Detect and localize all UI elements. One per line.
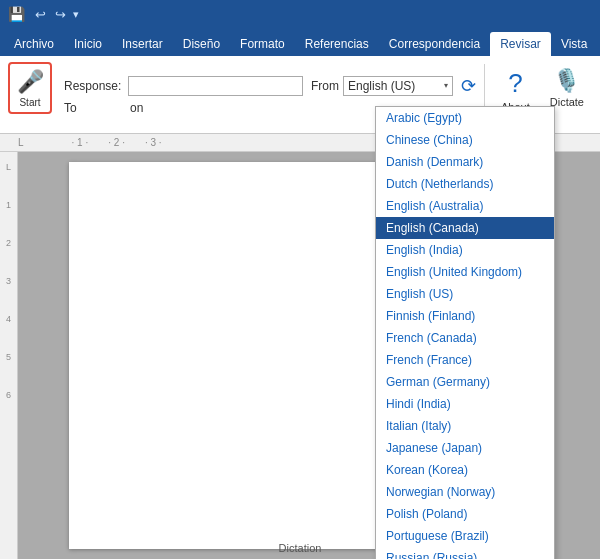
dictate-button[interactable]: 🎙️ Dictate — [542, 64, 592, 112]
ruler-mark-v-4: 4 — [6, 314, 11, 324]
language-option-9[interactable]: Finnish (Finland) — [376, 305, 554, 327]
ribbon-tabs: Archivo Inicio Insertar Diseño Formato R… — [0, 28, 600, 56]
about-icon: ? — [508, 68, 522, 99]
tab-diseno[interactable]: Diseño — [173, 32, 230, 56]
ruler-mark-v-5: 5 — [6, 352, 11, 362]
from-label: From — [311, 79, 339, 93]
quick-access-arrow[interactable]: ▾ — [73, 8, 79, 21]
language-option-11[interactable]: French (France) — [376, 349, 554, 371]
language-option-1[interactable]: Chinese (China) — [376, 129, 554, 151]
tab-revisar[interactable]: Revisar — [490, 32, 551, 56]
ruler-mark-3: · 3 · — [145, 137, 162, 148]
language-option-10[interactable]: French (Canada) — [376, 327, 554, 349]
language-option-7[interactable]: English (United Kingdom) — [376, 261, 554, 283]
tab-inicio[interactable]: Inicio — [64, 32, 112, 56]
title-bar: 💾 ↩ ↪ ▾ — [0, 0, 600, 28]
language-option-15[interactable]: Japanese (Japan) — [376, 437, 554, 459]
from-language-dropdown[interactable]: English (US) ▾ — [343, 76, 453, 96]
ruler-mark-L: L — [18, 137, 24, 148]
language-option-5[interactable]: English (Canada) — [376, 217, 554, 239]
ruler-mark-1: · 1 · — [72, 137, 89, 148]
tab-vista[interactable]: Vista — [551, 32, 597, 56]
response-input[interactable] — [128, 76, 303, 96]
tab-formato[interactable]: Formato — [230, 32, 295, 56]
selected-language: English (US) — [348, 79, 415, 93]
response-label: Response: — [64, 79, 124, 93]
dropdown-arrow-icon: ▾ — [444, 81, 448, 90]
ruler-mark-2: · 2 · — [108, 137, 125, 148]
dictate-icon: 🎙️ — [553, 68, 580, 94]
vertical-ruler: L 1 2 3 4 5 6 — [0, 152, 18, 559]
tab-archivo[interactable]: Archivo — [4, 32, 64, 56]
language-option-17[interactable]: Norwegian (Norway) — [376, 481, 554, 503]
translate-icon[interactable]: ⟳ — [461, 75, 476, 97]
tab-correspondencia[interactable]: Correspondencia — [379, 32, 490, 56]
on-label: on — [130, 101, 143, 115]
undo-redo-group: ↩ ↪ ▾ — [31, 5, 79, 23]
mic-icon: 🎤 — [17, 69, 44, 95]
to-label: To — [64, 101, 124, 115]
start-label: Start — [19, 97, 40, 108]
ruler-mark-v-3: 3 — [6, 276, 11, 286]
redo-button[interactable]: ↪ — [51, 5, 69, 23]
language-option-18[interactable]: Polish (Poland) — [376, 503, 554, 525]
undo-button[interactable]: ↩ — [31, 5, 49, 23]
response-row: Response: From English (US) ▾ ⟳ — [64, 75, 476, 97]
language-dropdown-menu[interactable]: Arabic (Egypt)Chinese (China)Danish (Den… — [375, 106, 555, 559]
tab-insertar[interactable]: Insertar — [112, 32, 173, 56]
start-button[interactable]: 🎤 Start — [8, 62, 52, 114]
language-option-16[interactable]: Korean (Korea) — [376, 459, 554, 481]
language-option-4[interactable]: English (Australia) — [376, 195, 554, 217]
ruler-mark-v-6: 6 — [6, 390, 11, 400]
language-option-0[interactable]: Arabic (Egypt) — [376, 107, 554, 129]
language-option-6[interactable]: English (India) — [376, 239, 554, 261]
language-option-19[interactable]: Portuguese (Brazil) — [376, 525, 554, 547]
language-option-12[interactable]: German (Germany) — [376, 371, 554, 393]
save-icon[interactable]: 💾 — [8, 6, 25, 22]
language-option-2[interactable]: Danish (Denmark) — [376, 151, 554, 173]
language-option-13[interactable]: Hindi (India) — [376, 393, 554, 415]
tab-referencias[interactable]: Referencias — [295, 32, 379, 56]
language-option-20[interactable]: Russian (Russia) — [376, 547, 554, 559]
language-option-3[interactable]: Dutch (Netherlands) — [376, 173, 554, 195]
ruler-mark-v-1: 1 — [6, 200, 11, 210]
ruler-mark-v-L: L — [6, 162, 11, 172]
ruler-mark-v-2: 2 — [6, 238, 11, 248]
language-option-14[interactable]: Italian (Italy) — [376, 415, 554, 437]
language-option-8[interactable]: English (US) — [376, 283, 554, 305]
